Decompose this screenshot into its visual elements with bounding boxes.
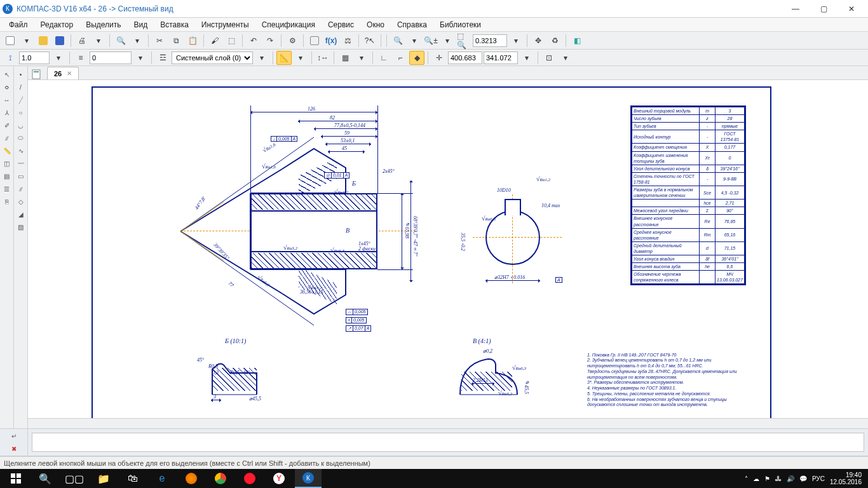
menu-select[interactable]: Выделить [81, 19, 126, 30]
param-tool[interactable]: ⫽ [1, 132, 13, 144]
start-button[interactable] [3, 469, 29, 488]
geometry-tool[interactable]: ⭘ [1, 81, 13, 93]
grid-button[interactable]: ▦ [337, 51, 353, 65]
coord-x-input[interactable] [448, 51, 482, 64]
close-button[interactable]: ✕ [837, 0, 865, 18]
circle-tool[interactable]: ○ [15, 107, 27, 118]
equidistant-tool[interactable]: ⫽ [15, 183, 27, 194]
print-button[interactable]: 🖨 [74, 34, 90, 48]
vars-button[interactable]: ⚖ [340, 34, 355, 48]
edit-tool[interactable]: ✐ [1, 119, 13, 131]
dim-tool[interactable]: ↔ [1, 94, 13, 105]
aux-line-tool[interactable]: ╱ [15, 94, 27, 105]
new-doc-button[interactable] [3, 34, 18, 48]
current-state-icon[interactable]: ⟟ [3, 51, 18, 65]
insert-tool[interactable]: ⎘ [1, 196, 13, 207]
preview-dropdown[interactable]: ▾ [130, 34, 145, 48]
spline-tool[interactable]: ∿ [15, 145, 27, 156]
measure-tool[interactable]: 📏 [1, 145, 13, 156]
cursor-tool[interactable]: ↖ [1, 69, 13, 80]
save-button[interactable] [52, 34, 67, 48]
tab-26[interactable]: 26 ✕ [47, 67, 79, 79]
menu-spec[interactable]: Спецификация [257, 19, 320, 30]
tray-sound-icon[interactable]: 🔊 [787, 475, 794, 482]
property-input-area[interactable] [32, 433, 864, 452]
menu-libs[interactable]: Библиотеки [435, 19, 486, 30]
tab-close-icon[interactable]: ✕ [67, 70, 72, 77]
tools-icon-button[interactable]: ⚙ [285, 34, 300, 48]
layer-dd[interactable]: ▾ [254, 51, 269, 65]
tray-flag-icon[interactable]: ⚑ [764, 475, 770, 482]
task-view-button[interactable]: ▢▢ [61, 469, 88, 488]
horizontal-scrollbar[interactable] [28, 418, 868, 428]
style-dd[interactable]: ▾ [133, 51, 148, 65]
paste-button[interactable]: 📋 [185, 34, 200, 48]
new-doc-dropdown[interactable]: ▾ [19, 34, 34, 48]
snap-dd[interactable]: ▾ [293, 51, 308, 65]
zoom-window-dropdown[interactable]: ▾ [407, 34, 422, 48]
help-pointer-button[interactable]: ?↖ [362, 34, 377, 48]
store-icon[interactable]: 🛍 [119, 469, 146, 488]
copy-button[interactable]: ⧉ [168, 34, 184, 48]
ellipse-tool[interactable]: ⬭ [15, 132, 27, 144]
style-input[interactable] [90, 51, 132, 64]
drawing-canvas[interactable]: 126 82 77,8±0,5-0,144 59 53±0,1 45 [28, 80, 868, 418]
maximize-button[interactable]: ▢ [810, 0, 837, 18]
param-toggle[interactable]: ◆ [409, 51, 424, 65]
panel-ok-button[interactable]: ↵ [8, 430, 20, 442]
annot-tool[interactable]: ⅄ [1, 107, 13, 118]
kompas-taskbar-icon[interactable]: К [295, 469, 322, 488]
tray-lang[interactable]: РУС [812, 475, 825, 482]
dim-assoc-icon[interactable]: ↕↔ [315, 51, 330, 65]
chamfer-tool[interactable]: ◢ [15, 208, 27, 220]
snap-end-dd[interactable]: ▾ [558, 51, 573, 65]
zoom-dd[interactable]: ▾ [508, 34, 524, 48]
open-button[interactable] [36, 34, 51, 48]
scale-input[interactable] [19, 51, 50, 64]
opera-icon[interactable] [236, 469, 263, 488]
menu-service[interactable]: Сервис [323, 19, 359, 30]
scale-dd[interactable]: ▾ [51, 51, 66, 65]
rect-tool[interactable]: ▭ [15, 170, 27, 182]
report-tool[interactable]: ☰ [1, 183, 13, 194]
preview-button[interactable]: 🔍 [113, 34, 128, 48]
zoom-value-input[interactable] [473, 34, 507, 47]
orient-button[interactable]: ◧ [569, 34, 585, 48]
print-dropdown[interactable]: ▾ [91, 34, 106, 48]
chrome-icon[interactable] [207, 469, 234, 488]
tray-network-icon[interactable]: 🖧 [775, 475, 782, 482]
pan-button[interactable]: ✥ [531, 34, 546, 48]
yandex-icon[interactable]: Y [266, 469, 292, 488]
menu-view[interactable]: Вид [129, 19, 153, 30]
undo-button[interactable]: ↶ [246, 34, 261, 48]
coord-y-input[interactable] [484, 51, 518, 64]
ortho-button[interactable]: ∟ [376, 51, 391, 65]
curve-tool[interactable]: 〰 [15, 158, 27, 169]
menu-insert[interactable]: Вставка [155, 19, 194, 30]
minimize-button[interactable]: — [782, 0, 810, 18]
hatch-tool[interactable]: ▨ [15, 221, 27, 233]
coord-dropdown[interactable]: ▾ [519, 51, 534, 65]
redo-button[interactable]: ↷ [262, 34, 278, 48]
tray-up-icon[interactable]: ˄ [745, 475, 748, 482]
brush-button[interactable]: 🖌 [207, 34, 222, 48]
rebuild-button[interactable]: ♻ [547, 34, 562, 48]
cut-button[interactable]: ✂ [152, 34, 167, 48]
zoom-window-button[interactable]: 🔍 [390, 34, 405, 48]
panel-cancel-button[interactable]: ✖ [8, 443, 20, 454]
manager-button[interactable] [307, 34, 322, 48]
search-button[interactable]: 🔍 [32, 469, 58, 488]
point-tool[interactable]: • [15, 69, 27, 80]
layer-combo[interactable]: Системный слой (0) [172, 51, 253, 64]
zoom-dynamic-button[interactable]: 🔍± [423, 34, 438, 48]
file-explorer-icon[interactable]: 📁 [90, 469, 117, 488]
menu-tools[interactable]: Инструменты [196, 19, 254, 30]
layer-icon[interactable]: ☲ [155, 51, 170, 65]
line-tool[interactable]: / [15, 81, 27, 93]
tray-cloud-icon[interactable]: ☁ [753, 475, 759, 482]
select-tool[interactable]: ◫ [1, 158, 13, 169]
spec-tool[interactable]: ▤ [1, 170, 13, 182]
snap-end-button[interactable]: ⊡ [541, 51, 557, 65]
menu-window[interactable]: Окно [362, 19, 390, 30]
fx-button[interactable]: f(x) [323, 34, 339, 48]
